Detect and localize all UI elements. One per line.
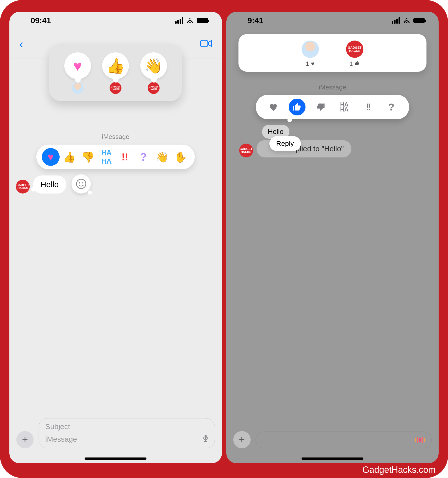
thumbs-up-icon bbox=[355, 60, 360, 67]
svg-point-2 bbox=[79, 182, 80, 184]
tapback-thumbs-up[interactable] bbox=[289, 99, 306, 115]
wifi-icon bbox=[403, 18, 410, 23]
status-time: 9:41 bbox=[248, 16, 263, 25]
tapback-thumbs-down[interactable] bbox=[312, 99, 329, 115]
thumbs-up-bubble: 👍 bbox=[102, 52, 129, 79]
svg-point-3 bbox=[82, 182, 83, 184]
watermark: GadgetHacks.com bbox=[362, 465, 436, 475]
tapback-question[interactable]: ? bbox=[383, 99, 400, 115]
facetime-button[interactable] bbox=[200, 40, 212, 48]
reactor-gadgethacks[interactable]: GADGETHACKS 1 bbox=[346, 41, 363, 67]
cellular-icon bbox=[175, 17, 183, 24]
tapback-heart[interactable]: ♥ bbox=[42, 148, 60, 166]
tapback-haha[interactable]: HAHA bbox=[336, 99, 353, 115]
tapback-thumbs-down[interactable]: 👎 bbox=[79, 148, 97, 166]
tapback-picker-mono: HAHA !! ? bbox=[256, 95, 409, 119]
composer: + iMessage bbox=[226, 431, 439, 448]
reactor-memoji[interactable]: 1 ♥ bbox=[302, 41, 319, 67]
message-text: Hello bbox=[41, 180, 59, 189]
tapback-heart[interactable] bbox=[265, 99, 282, 115]
tapback-picker: ♥ 👍 👎 HAHA !! ? 👋 ✋ bbox=[36, 145, 195, 169]
message-row: GADGETHACKS Hello bbox=[16, 174, 222, 194]
dictation-icon[interactable] bbox=[203, 434, 208, 444]
svg-rect-0 bbox=[200, 40, 208, 47]
battery-icon bbox=[413, 18, 425, 23]
thread-label: iMessage bbox=[9, 133, 222, 141]
subject-field[interactable]: Subject bbox=[45, 422, 70, 431]
tapback-hand[interactable]: ✋ bbox=[172, 148, 189, 166]
sender-avatar[interactable]: GADGETHACKS bbox=[239, 144, 253, 157]
sender-avatar[interactable]: GADGETHACKS bbox=[16, 180, 30, 194]
status-bar: 9:41 bbox=[226, 12, 439, 29]
tapback-haha[interactable]: HAHA bbox=[97, 148, 115, 166]
emoji-picker-button[interactable] bbox=[71, 174, 91, 194]
heart-icon: ♥ bbox=[311, 60, 314, 67]
heart-bubble: ♥ bbox=[64, 52, 91, 79]
memoji-avatar bbox=[72, 82, 84, 94]
reactors-card[interactable]: 1 ♥ GADGETHACKS 1 bbox=[238, 34, 426, 72]
message-bubble[interactable]: Hello bbox=[33, 175, 66, 194]
wave-bubble: 👋 bbox=[140, 52, 167, 79]
apps-button[interactable]: + bbox=[233, 431, 251, 448]
status-icons bbox=[175, 17, 208, 24]
summary-item-heart[interactable]: ♥ bbox=[64, 52, 91, 94]
tapback-question[interactable]: ? bbox=[135, 148, 152, 166]
svg-point-1 bbox=[76, 179, 86, 189]
cellular-icon bbox=[392, 17, 400, 24]
status-icons bbox=[392, 17, 425, 24]
compose-box[interactable]: iMessage bbox=[256, 432, 432, 448]
tapback-summary-card[interactable]: ♥ 👍 GADGETHACKS 👋 GADGETHACKS bbox=[49, 43, 182, 101]
home-indicator[interactable] bbox=[302, 457, 363, 460]
reactor-count: 1 bbox=[350, 60, 360, 67]
tapback-thumbs-up[interactable]: 👍 bbox=[60, 148, 78, 166]
dictation-icon[interactable] bbox=[415, 437, 425, 443]
battery-icon bbox=[197, 18, 208, 23]
wifi-icon bbox=[186, 18, 194, 23]
phone-left: 09:41 ‹ ♥ 👍 GADGETHACKS 👋 bbox=[9, 12, 222, 463]
reply-button[interactable]: Reply bbox=[269, 136, 301, 151]
message-area: Hello Reply GADGETHACKS Replied to "Hell… bbox=[233, 126, 439, 157]
memoji-avatar bbox=[302, 41, 319, 58]
back-button[interactable]: ‹ bbox=[19, 37, 23, 51]
apps-button[interactable]: + bbox=[16, 431, 34, 448]
message-field[interactable]: iMessage bbox=[45, 435, 77, 443]
message-field[interactable]: iMessage bbox=[262, 436, 294, 444]
summary-item-wave[interactable]: 👋 GADGETHACKS bbox=[140, 52, 167, 94]
reactor-count: 1 ♥ bbox=[306, 60, 315, 67]
gadgethacks-avatar: GADGETHACKS bbox=[148, 82, 160, 94]
svg-rect-4 bbox=[205, 435, 207, 439]
composer: + Subject iMessage bbox=[9, 418, 222, 448]
red-frame: 09:41 ‹ ♥ 👍 GADGETHACKS 👋 bbox=[0, 0, 448, 478]
phone-right: 9:41 1 ♥ GADGETHACKS 1 bbox=[226, 12, 439, 463]
gadgethacks-avatar: GADGETHACKS bbox=[346, 41, 363, 58]
tapback-exclaim[interactable]: !! bbox=[116, 148, 134, 166]
compose-box[interactable]: Subject iMessage bbox=[39, 418, 215, 448]
status-bar: 09:41 bbox=[9, 12, 222, 29]
status-time: 09:41 bbox=[31, 16, 51, 25]
tapback-wave[interactable]: 👋 bbox=[153, 148, 171, 166]
summary-item-thumbs-up[interactable]: 👍 GADGETHACKS bbox=[102, 52, 129, 94]
gadgethacks-avatar: GADGETHACKS bbox=[110, 82, 121, 94]
home-indicator[interactable] bbox=[85, 457, 146, 460]
tapback-exclaim[interactable]: !! bbox=[359, 99, 376, 115]
thread-label: iMessage bbox=[226, 84, 439, 91]
